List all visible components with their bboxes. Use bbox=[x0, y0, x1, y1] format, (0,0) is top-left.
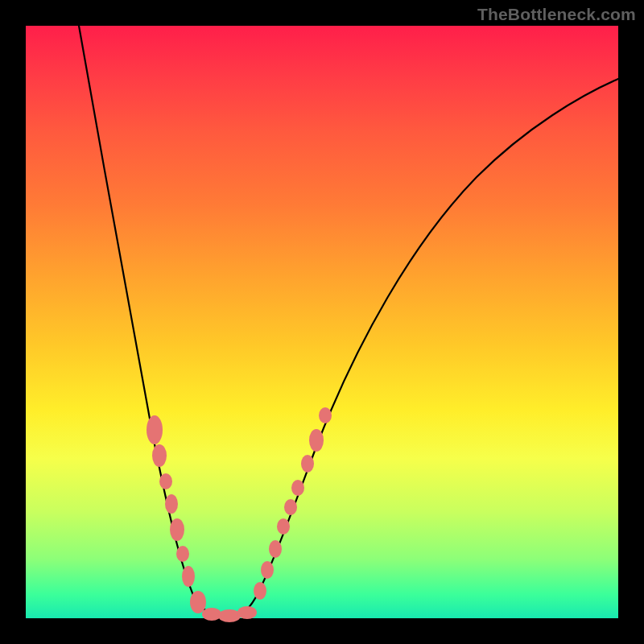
bottleneck-curve bbox=[79, 26, 618, 617]
markers-bottom bbox=[202, 606, 257, 622]
data-marker bbox=[165, 494, 178, 514]
data-marker bbox=[170, 518, 184, 541]
data-marker bbox=[147, 415, 163, 444]
data-marker bbox=[254, 582, 266, 600]
data-marker bbox=[202, 608, 221, 621]
data-marker bbox=[182, 566, 195, 587]
markers-right bbox=[254, 407, 332, 600]
data-marker bbox=[218, 609, 241, 622]
data-marker bbox=[284, 499, 297, 515]
data-marker bbox=[190, 591, 206, 613]
data-marker bbox=[309, 429, 324, 452]
data-marker bbox=[152, 444, 167, 467]
data-marker bbox=[319, 407, 332, 423]
data-marker bbox=[176, 546, 189, 562]
data-marker bbox=[301, 455, 314, 473]
curve-svg bbox=[26, 26, 618, 618]
data-marker bbox=[291, 480, 304, 496]
plot-area bbox=[26, 26, 618, 618]
watermark-text: TheBottleneck.com bbox=[477, 5, 636, 24]
data-marker bbox=[237, 606, 257, 619]
data-marker bbox=[261, 561, 274, 579]
data-marker bbox=[277, 518, 290, 535]
data-marker bbox=[159, 473, 172, 489]
data-marker bbox=[269, 540, 282, 558]
chart-frame: TheBottleneck.com bbox=[0, 0, 644, 644]
